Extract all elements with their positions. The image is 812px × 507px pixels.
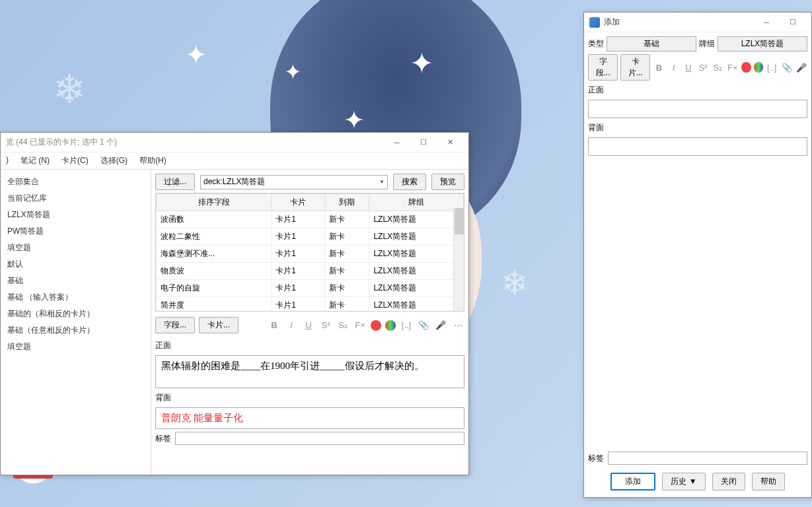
fields-button[interactable]: 字段... (155, 317, 195, 333)
filter-button[interactable]: 过滤... (155, 174, 195, 190)
sidebar-item[interactable]: 默认 (1, 256, 151, 273)
col-header[interactable]: 牌组 (369, 194, 464, 211)
table-cell: 新卡 (324, 211, 369, 228)
table-row[interactable]: 电子的自旋卡片1新卡LZLX简答题 (157, 280, 464, 297)
menu-item[interactable]: 笔记 (N) (20, 155, 50, 166)
sidebar-item[interactable]: 基础 (1, 273, 151, 289)
table-cell: 新卡 (324, 228, 369, 246)
browse-window: 览 (44 已显示的卡片; 选中 1 个) ─ ☐ ✕ ) 笔记 (N) 卡片(… (0, 132, 469, 475)
sidebar-item[interactable]: 基础（任意相反的卡片） (1, 322, 151, 339)
table-cell: 卡片1 (272, 263, 324, 280)
italic-icon[interactable]: I (667, 61, 679, 74)
sidebar-item[interactable]: 当前记忆库 (1, 190, 151, 207)
table-row[interactable]: 物质波卡片1新卡LZLX简答题 (157, 263, 464, 280)
microphone-icon[interactable]: 🎤 (434, 319, 447, 332)
maximize-button[interactable]: ☐ (410, 133, 437, 152)
tags-input[interactable] (175, 432, 464, 445)
cloze-icon[interactable]: [..] (400, 319, 413, 332)
history-button[interactable]: 历史 ▼ (662, 473, 705, 490)
close-button[interactable]: ✕ (437, 133, 463, 152)
cards-button[interactable]: 卡片... (620, 54, 650, 81)
browse-titlebar[interactable]: 览 (44 已显示的卡片; 选中 1 个) ─ ☐ ✕ (1, 133, 468, 152)
bold-icon[interactable]: B (653, 61, 665, 74)
close-button[interactable]: 关闭 (712, 473, 745, 490)
table-cell: 简并度 (157, 297, 272, 312)
cards-table: 排序字段 卡片 到期 牌组 波函数卡片1新卡LZLX简答题波粒二象性卡片1新卡L… (155, 193, 464, 312)
table-cell: 海森堡测不准... (157, 246, 272, 263)
superscript-icon[interactable]: S² (697, 61, 709, 74)
attachment-icon[interactable]: 📎 (417, 319, 430, 332)
menu-item[interactable]: 帮助(H) (139, 155, 166, 166)
front-field[interactable]: 黑体辐射的困难是____在1900年引进_____假设后才解决的。 (155, 355, 464, 388)
subscript-icon[interactable]: S₂ (336, 319, 350, 332)
front-field[interactable] (588, 100, 807, 118)
table-cell: 卡片1 (272, 228, 324, 246)
front-label: 正面 (588, 83, 807, 97)
tags-label: 标签 (155, 433, 171, 444)
fields-button[interactable]: 字段... (588, 54, 618, 81)
search-input[interactable]: deck:LZLX简答题 ▼ (200, 175, 388, 189)
sidebar-item[interactable]: 基础的（和相反的卡片） (1, 306, 151, 322)
table-row[interactable]: 波函数卡片1新卡LZLX简答题 (157, 211, 464, 228)
add-titlebar[interactable]: 添加 ─ ☐ (584, 13, 811, 32)
bold-icon[interactable]: B (268, 319, 281, 332)
underline-icon[interactable]: U (302, 319, 315, 332)
sidebar-item[interactable]: 填空题 (1, 339, 151, 355)
deck-selector[interactable]: LZLX简答题 (718, 36, 807, 51)
clear-format-icon[interactable]: F× (353, 319, 367, 332)
add-button[interactable]: 添加 (610, 473, 655, 490)
menu-item[interactable]: 卡片(C) (61, 155, 89, 166)
more-icon[interactable]: ⋯ (451, 319, 464, 332)
menu-item[interactable]: ) (6, 155, 9, 166)
back-label: 背面 (588, 121, 807, 135)
color-red-icon[interactable] (741, 62, 751, 73)
back-field[interactable] (588, 137, 807, 156)
sidebar-item[interactable]: PW简答题 (1, 223, 151, 240)
scrollbar-thumb[interactable] (455, 208, 464, 234)
color-picker-icon[interactable] (385, 320, 396, 331)
attachment-icon[interactable]: 📎 (780, 61, 792, 74)
table-cell: 新卡 (324, 246, 369, 263)
cards-button[interactable]: 卡片... (199, 317, 239, 333)
table-row[interactable]: 海森堡测不准...卡片1新卡LZLX简答题 (157, 246, 464, 263)
table-cell: LZLX简答题 (369, 297, 464, 312)
col-header[interactable]: 到期 (324, 194, 369, 211)
table-cell: 卡片1 (272, 211, 324, 228)
subscript-icon[interactable]: S₂ (712, 61, 723, 74)
sidebar-item[interactable]: 基础 （输入答案） (1, 289, 151, 306)
color-red-icon[interactable] (371, 320, 381, 331)
table-cell: 波粒二象性 (157, 228, 272, 246)
add-window: 添加 ─ ☐ 类型 基础 牌组 LZLX简答题 字段... 卡片... B I … (583, 12, 812, 498)
preview-button[interactable]: 预览 (431, 174, 464, 190)
cloze-icon[interactable]: [..] (766, 61, 778, 74)
tags-input[interactable] (608, 452, 807, 465)
minimize-button[interactable]: ─ (753, 13, 780, 32)
underline-icon[interactable]: U (683, 61, 694, 74)
type-selector[interactable]: 基础 (607, 36, 696, 51)
app-icon (589, 17, 600, 28)
table-scrollbar[interactable] (453, 208, 464, 311)
menu-item[interactable]: 选择(G) (100, 155, 128, 166)
col-header[interactable]: 排序字段 (157, 194, 272, 211)
table-cell: 电子的自旋 (157, 280, 272, 297)
search-button[interactable]: 搜索 (393, 174, 426, 190)
italic-icon[interactable]: I (285, 319, 298, 332)
help-button[interactable]: 帮助 (752, 473, 785, 490)
back-field[interactable]: 普朗克 能量量子化 (155, 407, 464, 429)
table-row[interactable]: 波粒二象性卡片1新卡LZLX简答题 (157, 228, 464, 246)
table-cell: 卡片1 (272, 297, 324, 312)
color-picker-icon[interactable] (754, 62, 764, 73)
maximize-button[interactable]: ☐ (780, 13, 806, 32)
col-header[interactable]: 卡片 (272, 194, 324, 211)
superscript-icon[interactable]: S² (319, 319, 332, 332)
sidebar-item[interactable]: 填空题 (1, 240, 151, 256)
sidebar-item[interactable]: LZLX简答题 (1, 207, 151, 223)
table-cell: 新卡 (324, 280, 369, 297)
clear-format-icon[interactable]: F× (727, 61, 739, 74)
tags-label: 标签 (588, 453, 604, 464)
table-row[interactable]: 简并度卡片1新卡LZLX简答题 (157, 297, 464, 312)
table-cell: 物质波 (157, 263, 272, 280)
microphone-icon[interactable]: 🎤 (795, 61, 807, 74)
sidebar-item[interactable]: 全部集合 (1, 174, 151, 190)
minimize-button[interactable]: ─ (384, 133, 410, 152)
